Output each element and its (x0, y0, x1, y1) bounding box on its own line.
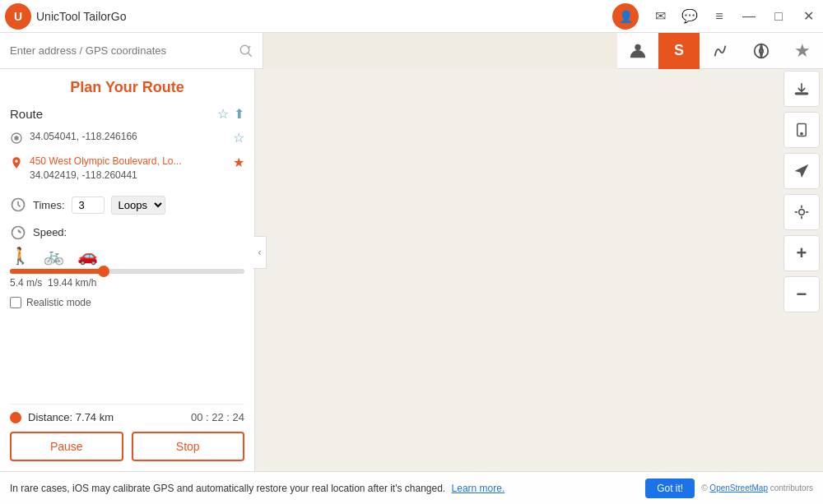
svg-point-90 (801, 132, 802, 134)
svg-point-91 (799, 210, 805, 215)
destination-icon (10, 156, 23, 173)
car-icon[interactable]: 🚗 (77, 246, 98, 266)
app-title: UnicTool TailorGo (36, 10, 612, 23)
zoom-in-button[interactable]: + (783, 235, 820, 271)
map-area: Alpine Street Colton Street Fort Moore P… (255, 69, 823, 471)
speed-icons: 🚶 🚲 🚗 (10, 246, 244, 266)
speed-slider[interactable] (10, 269, 244, 274)
speed-row: Speed: 🚶 🚲 🚗 5.4 m/s 19.44 km/h (10, 224, 244, 289)
svg-marker-5 (760, 44, 763, 50)
maximize-button[interactable]: □ (764, 0, 793, 33)
import-route-icon[interactable]: ⬆ (234, 106, 244, 122)
route-s-button[interactable]: S (658, 33, 700, 69)
window-controls: ✉ 💬 ≡ — □ ✕ (645, 0, 823, 33)
top-toolbar: S ★ (617, 33, 823, 69)
times-input[interactable] (72, 197, 105, 214)
right-tools: + − (782, 69, 823, 314)
app-logo: U (5, 3, 31, 30)
svg-point-0 (240, 45, 249, 54)
pause-button[interactable]: Pause (10, 432, 123, 461)
got-it-button[interactable]: Got it! (645, 479, 695, 498)
loops-select[interactable]: Loops (111, 196, 165, 215)
osm-link[interactable]: OpenStreetMap (709, 483, 768, 492)
side-panel: Plan Your Route Route ☆ ⬆ 34.054041, -11… (0, 69, 255, 471)
download-tool-button[interactable] (783, 71, 820, 107)
speed-values: 5.4 m/s 19.44 km/h (10, 277, 244, 289)
distance-row: Distance: 7.74 km 00 : 22 : 24 (10, 404, 244, 423)
distance-dot (10, 412, 21, 423)
osm-credit: © OpenStreetMap contributors (701, 483, 813, 492)
search-input[interactable] (0, 44, 230, 57)
realistic-mode-checkbox[interactable] (10, 297, 21, 308)
minimize-button[interactable]: — (734, 0, 764, 33)
learn-more-link[interactable]: Learn more. (452, 483, 505, 494)
titlebar: U UnicTool TailorGo 👤 ✉ 💬 ≡ — □ ✕ (0, 0, 823, 33)
compass-button[interactable] (741, 33, 782, 69)
searchbar (0, 33, 263, 69)
close-button[interactable]: ✕ (793, 0, 823, 33)
menu-icon[interactable]: ≡ (704, 0, 734, 33)
svg-point-87 (12, 226, 25, 238)
times-row: Times: Loops (10, 196, 244, 215)
walk-icon[interactable]: 🚶 (10, 246, 30, 266)
star-tool-button[interactable]: ★ (782, 33, 823, 69)
realistic-mode-row: Realistic mode (10, 297, 244, 308)
route-label: Route (10, 107, 43, 121)
route-icon-group: ☆ ⬆ (217, 106, 244, 122)
phone-tool-button[interactable] (783, 112, 820, 148)
realistic-mode-label[interactable]: Realistic mode (26, 297, 91, 308)
svg-point-85 (15, 136, 18, 140)
mail-icon[interactable]: ✉ (645, 0, 675, 33)
profile-button[interactable]: 👤 (612, 3, 639, 30)
svg-rect-88 (796, 93, 808, 95)
navigate-tool-button[interactable] (783, 153, 820, 189)
route-curve-button[interactable] (700, 33, 741, 69)
stop-button[interactable]: Stop (132, 432, 245, 461)
zoom-out-button[interactable]: − (783, 276, 820, 312)
svg-line-1 (248, 53, 252, 57)
origin-icon (10, 132, 23, 148)
location-tool-button[interactable] (783, 194, 820, 230)
speed-label: Speed: (33, 226, 67, 238)
notification-text: In rare cases, iOS may calibrate GPS and… (10, 483, 637, 494)
notification-bar: In rare cases, iOS may calibrate GPS and… (0, 471, 823, 504)
route-header: Route ☆ ⬆ (10, 106, 244, 122)
origin-coord: 34.054041, -118.246166 (30, 130, 233, 144)
destination-text: 450 West Olympic Boulevard, Lo... 34.042… (30, 155, 233, 183)
panel-title: Plan Your Route (10, 79, 244, 96)
action-buttons: Pause Stop (10, 432, 244, 461)
time-text: 00 : 22 : 24 (191, 411, 244, 423)
svg-point-3 (635, 44, 640, 49)
bike-icon[interactable]: 🚲 (44, 246, 64, 266)
origin-star[interactable]: ☆ (233, 130, 244, 146)
distance-text: Distance: 7.74 km (28, 411, 191, 423)
chat-icon[interactable]: 💬 (675, 0, 704, 33)
destination-star[interactable]: ★ (233, 155, 244, 170)
svg-marker-6 (760, 51, 763, 58)
origin-waypoint: 34.054041, -118.246166 ☆ (10, 130, 244, 148)
person-tool-button[interactable] (617, 33, 658, 69)
search-icon-button[interactable] (230, 35, 263, 67)
add-route-icon[interactable]: ☆ (217, 106, 229, 122)
times-label: Times: (33, 199, 65, 211)
collapse-panel-button[interactable]: ‹ (253, 236, 267, 269)
destination-waypoint: 450 West Olympic Boulevard, Lo... 34.042… (10, 155, 244, 183)
